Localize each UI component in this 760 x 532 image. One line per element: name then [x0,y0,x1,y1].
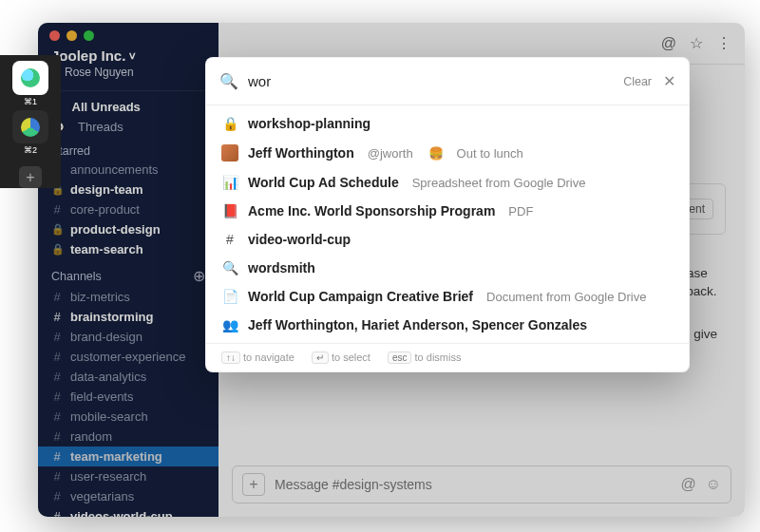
search-result[interactable]: Jeff Worthington@jworth🍔Out to lunch [206,138,689,168]
search-result[interactable]: 🔒workshop-planning [206,109,689,138]
dock-shortcut-1: ⌘1 [24,97,37,106]
search-result[interactable]: 📕Acme Inc. World Sponsorship ProgramPDF [206,197,689,225]
search-hints: ↑↓ to navigate ↵ to select esc to dismis… [206,343,689,371]
search-popover: 🔍 Clear ✕ 🔒workshop-planningJeff Worthin… [205,57,690,372]
result-label: World Cup Campaign Creative Brief [248,289,473,304]
search-result[interactable]: 📄World Cup Campaign Creative BriefDocume… [206,282,689,311]
result-label: World Cup Ad Schedule [248,175,399,190]
slack-window: Joolep Inc. ⅴ Rose Nguyen All Unreads Th… [38,23,745,517]
search-result[interactable]: 👥Jeff Worthington, Hariet Anderson, Spen… [206,311,689,339]
search-result[interactable]: 📊World Cup Ad ScheduleSpreadsheet from G… [206,168,689,197]
dock-add-button[interactable]: + [19,166,42,188]
result-label: Acme Inc. World Sponsorship Program [248,203,495,218]
result-sub: Document from Google Drive [486,290,646,304]
result-sub: PDF [508,204,533,218]
search-clear-button[interactable]: Clear [623,75,652,88]
pdf-icon: 📕 [221,203,238,218]
avatar-icon [221,144,238,162]
lock-icon: 🔒 [221,116,238,131]
search-close-button[interactable]: ✕ [663,72,675,90]
result-label: Jeff Worthington [248,145,354,161]
result-sub: @jworth [368,146,413,161]
result-label: video-world-cup [248,232,351,247]
sheet-icon: 📊 [221,175,238,190]
dock-app-2[interactable] [12,110,48,144]
result-label: Jeff Worthington, Hariet Anderson, Spenc… [248,317,587,332]
os-dock: ⌘1 ⌘2 + [0,55,61,188]
result-sub: Spreadsheet from Google Drive [412,176,586,190]
dm-icon: 👥 [221,317,238,332]
search-icon: 🔍 [221,260,238,276]
hash-icon: # [221,232,238,247]
dock-shortcut-2: ⌘2 [24,145,37,155]
search-result[interactable]: 🔍wordsmith [206,254,689,282]
status-emoji: 🍔 [428,146,444,161]
status-text: Out to lunch [457,146,523,161]
dock-app-1[interactable] [12,61,48,95]
search-results: 🔒workshop-planningJeff Worthington@jwort… [206,105,689,343]
search-input[interactable] [248,73,623,89]
doc-icon: 📄 [221,289,238,304]
result-label: workshop-planning [248,116,370,131]
search-icon: 🔍 [219,72,238,90]
search-result[interactable]: #video-world-cup [206,225,689,254]
result-label: wordsmith [248,260,315,276]
